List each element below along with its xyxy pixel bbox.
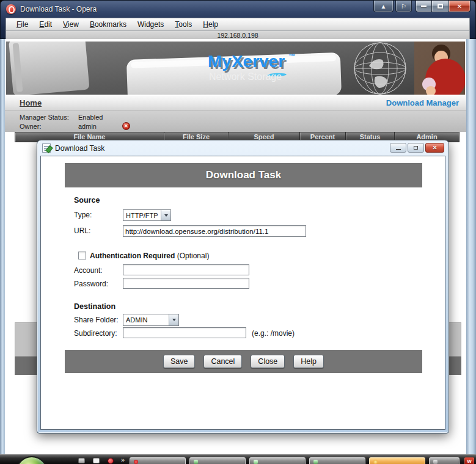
brand-text: MyXerver	[208, 52, 285, 71]
desktop: Download Task - Opera ▲ ⚐ ✕ File Edit Vi…	[0, 0, 476, 464]
account-label: Account:	[74, 266, 103, 275]
destination-heading: Destination	[74, 302, 115, 311]
chevron-down-icon	[169, 314, 178, 325]
folder-icon	[373, 460, 378, 464]
breadcrumb-bar: Home Download Manager	[5, 96, 466, 111]
subdirectory-label: Subdirectory:	[74, 329, 117, 338]
menu-help[interactable]: Help	[197, 19, 224, 30]
authentication-label-strong: Authentication Required	[90, 252, 175, 260]
taskbar-button-active[interactable]	[369, 457, 425, 464]
menu-widgets[interactable]: Widgets	[132, 19, 169, 30]
close-form-button[interactable]: Close	[251, 355, 285, 368]
disable-manager-icon[interactable]: ✕	[122, 122, 130, 130]
dialog-minimize-button[interactable]	[390, 143, 406, 153]
manager-status-row: Manager Status: Enabled	[20, 114, 103, 121]
taskbar-button-opera[interactable]	[130, 457, 186, 464]
window-controls: ▲ ⚐ ✕	[373, 1, 471, 14]
type-select-value: HTTP/FTP	[123, 212, 161, 219]
nas-device-back	[9, 42, 90, 95]
quicklaunch-overflow-chevron[interactable]: »	[121, 456, 125, 463]
app-icon	[313, 460, 318, 464]
save-button[interactable]: Save	[163, 355, 196, 368]
window-titlebar[interactable]: Download Task - Opera ▲ ⚐ ✕	[1, 1, 475, 18]
authentication-checkbox[interactable]	[78, 252, 86, 259]
maximize-icon	[438, 4, 443, 9]
switch-windows-icon[interactable]	[93, 458, 100, 463]
cancel-button[interactable]: Cancel	[203, 355, 242, 368]
subdirectory-hint: (e.g.: /movie)	[252, 329, 295, 338]
url-label: URL:	[74, 227, 90, 235]
window-border-right[interactable]	[466, 39, 476, 464]
word-app-icon[interactable]: W	[464, 457, 474, 464]
maximize-icon	[414, 146, 418, 150]
maximize-button[interactable]	[432, 1, 449, 12]
authentication-optional-note: (Optional)	[177, 252, 210, 260]
button-bar: Save Cancel Close Help	[65, 350, 422, 373]
close-button[interactable]: ✕	[449, 1, 471, 12]
manager-status-label: Manager Status:	[20, 114, 78, 121]
menu-tools[interactable]: Tools	[169, 19, 197, 30]
type-select[interactable]: HTTP/FTP	[123, 209, 171, 221]
owner-label: Owner:	[20, 123, 78, 130]
window-title: Download Task - Opera	[20, 5, 97, 13]
help-button[interactable]: Help	[293, 355, 324, 368]
taskbar-button-6[interactable]	[429, 457, 460, 464]
subdirectory-input[interactable]	[123, 327, 246, 338]
pin-button[interactable]: ⚐	[395, 1, 412, 12]
chevron-down-icon	[161, 210, 170, 220]
menu-view[interactable]: View	[57, 19, 84, 30]
owner-row: Owner: admin ✕	[20, 122, 130, 130]
type-label: Type:	[74, 211, 92, 219]
dialog-title: Download Task	[55, 144, 104, 153]
window-border-left	[0, 39, 5, 464]
share-folder-label: Share Folder:	[74, 316, 119, 324]
taskbar-button-4[interactable]	[309, 457, 365, 464]
download-task-dialog: Download Task ✕ Download Task Source Typ…	[37, 140, 449, 433]
url-input[interactable]	[123, 225, 306, 237]
app-icon	[254, 460, 258, 464]
share-folder-select[interactable]: ADMIN	[123, 314, 179, 326]
source-heading: Source	[74, 196, 100, 205]
status-panel: Manager Status: Enabled Owner: admin ✕	[5, 111, 466, 132]
password-input[interactable]	[123, 278, 249, 289]
download-manager-link[interactable]: Download Manager	[386, 98, 459, 107]
home-link[interactable]: Home	[20, 98, 42, 107]
manager-status-value: Enabled	[78, 114, 103, 121]
owner-value: admin	[78, 123, 97, 130]
address-bar[interactable]: 192.168.0.198	[5, 31, 470, 40]
taskbar-button-2[interactable]	[189, 457, 246, 464]
opera-quicklaunch-icon[interactable]	[108, 458, 114, 464]
account-input[interactable]	[123, 264, 249, 275]
taskbar-button-3[interactable]	[249, 457, 306, 464]
dialog-controls: ✕	[390, 143, 444, 153]
opera-icon	[6, 4, 16, 14]
minimize-icon	[421, 5, 427, 7]
myxerver-banner: MyXerver MyXerver ™ Network Storage	[6, 42, 465, 95]
brand-subtitle: Network Storage	[209, 71, 282, 82]
windows-taskbar: » W	[0, 454, 476, 464]
windows-start-orb[interactable]	[16, 456, 48, 464]
window-chrome: Download Task - Opera ▲ ⚐ ✕ File Edit Vi…	[0, 0, 476, 39]
minimize-icon	[396, 149, 401, 150]
dialog-maximize-button[interactable]	[408, 143, 424, 153]
password-label: Password:	[74, 280, 108, 288]
photo-woman-child	[414, 42, 465, 95]
dialog-titlebar[interactable]: Download Task	[37, 140, 449, 156]
menu-bookmarks[interactable]: Bookmarks	[84, 19, 132, 30]
menu-bar: File Edit View Bookmarks Widgets Tools H…	[5, 18, 470, 31]
minimize-button[interactable]	[416, 1, 432, 12]
authentication-label: Authentication Required (Optional)	[90, 252, 209, 260]
share-folder-value: ADMIN	[123, 316, 169, 324]
form-header: Download Task	[65, 163, 422, 187]
app-icon	[433, 460, 438, 464]
opera-icon	[134, 460, 138, 464]
menu-file[interactable]: File	[11, 19, 34, 30]
dialog-close-button[interactable]: ✕	[425, 143, 444, 153]
menu-edit[interactable]: Edit	[34, 19, 57, 30]
panel-toggle-button[interactable]: ▲	[373, 1, 394, 12]
app-icon	[194, 460, 198, 464]
document-icon	[42, 143, 51, 153]
dialog-body: Download Task Source Type: HTTP/FTP URL:…	[40, 156, 445, 430]
show-desktop-icon[interactable]	[78, 458, 85, 463]
brand-trademark: ™	[288, 53, 295, 60]
